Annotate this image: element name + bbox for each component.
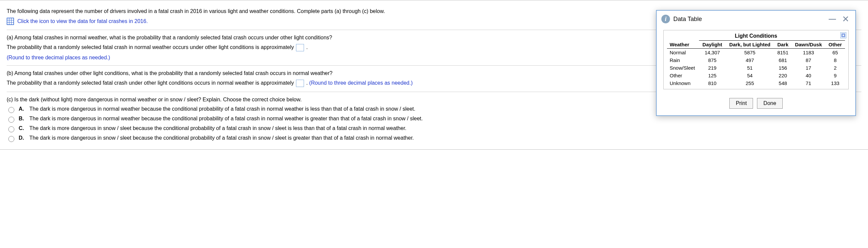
part-b-input[interactable]: [296, 80, 304, 87]
cell: 9: [825, 72, 845, 79]
svg-rect-0: [7, 18, 14, 25]
part-a-input[interactable]: [296, 44, 304, 51]
part-a-lead: The probability that a randomly selected…: [7, 44, 295, 50]
table-row: Snow/Sleet 219 51 156 17 2: [667, 64, 845, 72]
data-table-modal: i Data Table — ✕ Light Conditions Weathe…: [656, 10, 856, 116]
data-table: Weather Daylight Dark, but Lighted Dark …: [667, 40, 845, 87]
table-header-row: Weather Daylight Dark, but Lighted Dark …: [667, 41, 845, 49]
done-button[interactable]: Done: [757, 98, 782, 108]
row-label: Snow/Sleet: [667, 64, 699, 72]
cell: 681: [774, 56, 792, 64]
col-header: Weather: [667, 41, 699, 49]
col-header: Other: [825, 41, 845, 49]
cell: 17: [791, 64, 825, 72]
table-row: Other 125 54 220 40 9: [667, 72, 845, 79]
part-a-tail: .: [306, 44, 308, 50]
choice-letter: A.: [19, 106, 26, 112]
cell: 65: [825, 49, 845, 57]
cell: 5875: [725, 49, 774, 57]
cell: 87: [791, 56, 825, 64]
part-b-round: (Round to three decimal places as needed…: [309, 80, 413, 86]
table-row: Rain 875 497 681 87 8: [667, 56, 845, 64]
cell: 1183: [791, 49, 825, 57]
row-label: Unknown: [667, 79, 699, 87]
choice-letter: D.: [19, 135, 26, 141]
choice-text: The dark is more dangerous in normal wea…: [29, 106, 415, 112]
row-label: Rain: [667, 56, 699, 64]
col-header: Dark: [774, 41, 792, 49]
radio-d[interactable]: [8, 136, 14, 142]
choice-c[interactable]: C. The dark is more dangerous in snow / …: [7, 125, 861, 132]
table-row: Normal 14,307 5875 8151 1183 65: [667, 49, 845, 57]
modal-header: i Data Table — ✕: [657, 11, 855, 27]
choice-text: The dark is more dangerous in normal wea…: [29, 116, 423, 122]
info-icon: i: [661, 15, 670, 23]
choice-text: The dark is more dangerous in snow / sle…: [29, 125, 406, 131]
part-b-tail: .: [306, 80, 309, 86]
cell: 54: [725, 72, 774, 79]
data-table-icon[interactable]: [7, 18, 14, 25]
view-data-link[interactable]: Click the icon to view the data for fata…: [17, 18, 148, 24]
row-label: Normal: [667, 49, 699, 57]
fullscreen-icon[interactable]: [840, 32, 846, 38]
row-label: Other: [667, 72, 699, 79]
cell: 14,307: [699, 49, 725, 57]
radio-a[interactable]: [8, 107, 14, 113]
modal-body: Light Conditions Weather Daylight Dark, …: [657, 27, 855, 93]
radio-b[interactable]: [8, 117, 14, 123]
minimize-icon[interactable]: —: [827, 15, 837, 23]
cell: 255: [725, 79, 774, 87]
choice-letter: C.: [19, 125, 26, 131]
choice-letter: B.: [19, 116, 26, 122]
cell: 220: [774, 72, 792, 79]
table-container: Light Conditions Weather Daylight Dark, …: [663, 30, 849, 89]
cell: 2: [825, 64, 845, 72]
cell: 548: [774, 79, 792, 87]
cell: 51: [725, 64, 774, 72]
close-icon[interactable]: ✕: [841, 16, 851, 22]
col-header: Dark, but Lighted: [725, 41, 774, 49]
cell: 219: [699, 64, 725, 72]
modal-footer: Print Done: [657, 93, 855, 115]
print-button[interactable]: Print: [729, 98, 753, 108]
cell: 810: [699, 79, 725, 87]
choice-b[interactable]: B. The dark is more dangerous in normal …: [7, 116, 861, 123]
table-row: Unknown 810 255 548 71 133: [667, 79, 845, 87]
cell: 125: [699, 72, 725, 79]
svg-rect-6: [842, 34, 844, 36]
col-header: Dawn/Dusk: [791, 41, 825, 49]
cell: 875: [699, 56, 725, 64]
part-b-lead: The probability that a randomly selected…: [7, 80, 295, 86]
col-header: Daylight: [699, 41, 725, 49]
cell: 133: [825, 79, 845, 87]
choice-d[interactable]: D. The dark is more dangerous in snow / …: [7, 135, 861, 142]
cell: 156: [774, 64, 792, 72]
radio-c[interactable]: [8, 126, 14, 132]
table-title: Light Conditions: [667, 33, 845, 39]
cell: 40: [791, 72, 825, 79]
cell: 497: [725, 56, 774, 64]
cell: 71: [791, 79, 825, 87]
cell: 8: [825, 56, 845, 64]
choice-text: The dark is more dangerous in snow / sle…: [29, 135, 414, 141]
modal-title: Data Table: [673, 16, 824, 23]
cell: 8151: [774, 49, 792, 57]
